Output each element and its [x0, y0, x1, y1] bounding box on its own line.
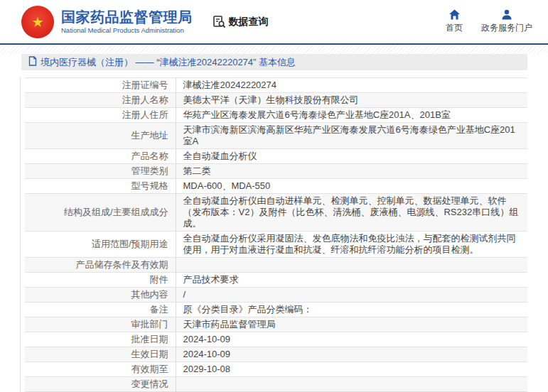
- row-label: 附件: [150, 274, 168, 285]
- table-row: 批准日期2024-10-09: [25, 332, 527, 347]
- org-title-block: 国家药品监督管理局 National Medical Products Admi…: [61, 9, 193, 35]
- info-table-body: 注册证编号津械注准20242220274注册人名称美德太平洋（天津）生物科技股份…: [25, 78, 527, 392]
- row-value: 全自动凝血分析仪采用凝固法、发色底物法和免疫比浊法，与配套的检测试剂共同使用，用…: [183, 233, 516, 255]
- row-value: 2024-10-09: [183, 334, 231, 344]
- table-row: 管理类别第二类: [25, 164, 527, 179]
- row-value-cell: 全自动凝血分析仪采用凝固法、发色底物法和免疫比浊法，与配套的检测试剂共同使用，用…: [176, 232, 527, 258]
- table-row: 产品名称全自动凝血分析仪: [25, 149, 527, 164]
- nav-home[interactable]: 首页: [446, 9, 463, 34]
- row-label-cell: 注册人名称: [25, 93, 176, 108]
- nav-gov-portal-label: 政务服务门户: [481, 22, 532, 34]
- data-query-label: 数据查询: [229, 16, 269, 28]
- decorative-strip: [0, 45, 548, 54]
- row-value: 全自动凝血分析仪由自动进样单元、检测单元、控制单元、数据处理单元、软件（发布版本…: [183, 195, 519, 229]
- row-label-cell: 有效期至: [25, 362, 176, 377]
- row-value: 第二类: [183, 165, 211, 176]
- table-row: 生产地址天津市滨海新区滨海高新区华苑产业区海泰发展六道6号海泰绿色产业基地C座2…: [25, 123, 527, 149]
- top-nav: 首页 政务服务门户: [446, 9, 535, 34]
- row-label-cell: 审批部门: [25, 317, 176, 332]
- row-value: 美德太平洋（天津）生物科技股份有限公司: [183, 94, 359, 105]
- row-label-cell: 备注: [25, 303, 176, 317]
- row-value-cell: MDA-600、MDA-550: [176, 179, 527, 194]
- data-query-nav[interactable]: 数据查询: [213, 15, 269, 28]
- site-header: ★ 国家药品监督管理局 National Medical Products Ad…: [0, 0, 548, 45]
- info-table: 注册证编号津械注准20242220274注册人名称美德太平洋（天津）生物科技股份…: [25, 77, 527, 392]
- row-label: 备注: [150, 304, 168, 315]
- row-value-cell: 产品技术要求: [176, 273, 527, 288]
- nav-home-label: 首页: [446, 22, 463, 34]
- breadcrumb: 境内医疗器械（注册） —— “津械注准20242220274” 基本信息: [21, 54, 527, 70]
- breadcrumb-text: 境内医疗器械（注册） —— “津械注准20242220274” 基本信息: [41, 56, 296, 69]
- row-value: 华苑产业区海泰发展六道6号海泰绿色产业基地C座201A、201B室: [183, 109, 451, 120]
- row-value-cell: 2024-10-09: [176, 347, 527, 362]
- table-row: 产品储存条件及有效期: [25, 258, 527, 273]
- table-row: 生效日期2024-10-09: [25, 347, 527, 362]
- row-label-cell: 型号规格: [25, 179, 176, 194]
- row-label-cell: 结构及组成/主要组成成分: [25, 194, 176, 232]
- table-row: 有效期至2029-10-08: [25, 362, 527, 377]
- row-label: 型号规格: [131, 180, 168, 191]
- person-icon: [501, 9, 512, 20]
- row-label-cell: 生产地址: [25, 123, 176, 149]
- row-label: 生效日期: [131, 349, 168, 359]
- row-label-cell: 适用范围/预期用途: [25, 232, 176, 258]
- table-row: 注册人名称美德太平洋（天津）生物科技股份有限公司: [25, 93, 527, 108]
- row-label: 变更情况: [131, 379, 168, 389]
- row-value-cell: 原《分类目录》产品分类编码：: [176, 303, 527, 317]
- row-value: /: [183, 289, 186, 300]
- org-name-cn: 国家药品监督管理局: [61, 9, 193, 26]
- row-value-cell: 全自动凝血分析仪: [176, 149, 527, 164]
- row-label: 管理类别: [131, 165, 168, 176]
- row-label: 注册人住所: [122, 109, 168, 120]
- row-value-cell: 天津市药品监督管理局: [176, 317, 527, 332]
- table-row: 其他内容/: [25, 288, 527, 303]
- row-value: 2024-10-09: [183, 349, 231, 359]
- row-value: 全自动凝血分析仪: [183, 151, 257, 161]
- row-label: 生产地址: [131, 130, 168, 141]
- row-label-cell: 产品名称: [25, 149, 176, 164]
- table-row: 型号规格MDA-600、MDA-550: [25, 179, 527, 194]
- row-value-cell: [176, 377, 527, 392]
- row-value-cell: 美德太平洋（天津）生物科技股份有限公司: [176, 93, 527, 108]
- table-row: 注册人住所华苑产业区海泰发展六道6号海泰绿色产业基地C座201A、201B室: [25, 108, 527, 123]
- row-label-cell: 附件: [25, 273, 176, 288]
- row-label-cell: 其他内容: [25, 288, 176, 303]
- row-value: MDA-600、MDA-550: [183, 180, 271, 191]
- row-label-cell: 变更情况: [25, 377, 176, 392]
- row-label-cell: 生效日期: [25, 347, 176, 362]
- row-label: 有效期至: [131, 364, 168, 374]
- table-row: 审批部门天津市药品监督管理局: [25, 317, 527, 332]
- document-search-icon: [213, 15, 226, 28]
- row-label-cell: 批准日期: [25, 332, 176, 347]
- row-value: 产品技术要求: [183, 274, 239, 285]
- table-row: 注册证编号津械注准20242220274: [25, 78, 527, 93]
- row-value-cell: 2024-10-09: [176, 332, 527, 347]
- table-row: 附件产品技术要求: [25, 273, 527, 288]
- registration-detail-panel: 注册证编号津械注准20242220274注册人名称美德太平洋（天津）生物科技股份…: [20, 77, 538, 392]
- row-value-cell: 全自动凝血分析仪由自动进样单元、检测单元、控制单元、数据处理单元、软件（发布版本…: [176, 194, 527, 232]
- row-label: 注册人名称: [122, 94, 168, 105]
- row-value: 天津市滨海新区滨海高新区华苑产业区海泰发展六道6号海泰绿色产业基地C座201室A: [183, 124, 515, 146]
- row-label-cell: 注册人住所: [25, 108, 176, 123]
- row-label: 其他内容: [131, 289, 168, 300]
- row-label: 审批部门: [131, 319, 168, 330]
- row-value-cell: 华苑产业区海泰发展六道6号海泰绿色产业基地C座201A、201B室: [176, 108, 527, 123]
- row-label: 结构及组成/主要组成成分: [64, 207, 168, 217]
- nav-gov-portal[interactable]: 政务服务门户: [481, 9, 532, 34]
- home-icon: [448, 9, 461, 20]
- row-value: 津械注准20242220274: [183, 80, 277, 90]
- row-label: 适用范围/预期用途: [92, 239, 168, 249]
- row-label: 批准日期: [131, 334, 168, 344]
- table-row: 结构及组成/主要组成成分全自动凝血分析仪由自动进样单元、检测单元、控制单元、数据…: [25, 194, 527, 232]
- row-label-cell: 产品储存条件及有效期: [25, 258, 176, 273]
- row-value-cell: [176, 258, 527, 273]
- row-value-cell: /: [176, 288, 527, 303]
- row-label-cell: 注册证编号: [25, 78, 176, 93]
- row-value-cell: 津械注准20242220274: [176, 78, 527, 93]
- emblem-star-icon: ★: [31, 15, 44, 29]
- table-row: 备注原《分类目录》产品分类编码：: [25, 303, 527, 317]
- document-icon: [28, 56, 37, 69]
- table-row: 变更情况: [25, 377, 527, 392]
- row-value: 原《分类目录》产品分类编码：: [183, 304, 313, 315]
- row-label: 注册证编号: [122, 80, 168, 90]
